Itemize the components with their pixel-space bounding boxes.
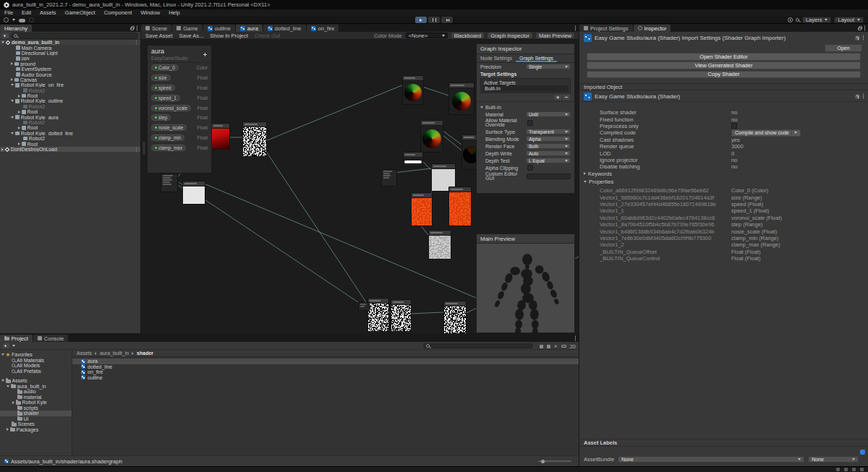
open-shader-editor-button[interactable]: Open Shader Editor xyxy=(587,53,861,61)
graph-node[interactable] xyxy=(242,121,267,157)
tree-row[interactable]: Scenes xyxy=(0,421,72,427)
menu-assets[interactable]: Assets xyxy=(35,9,61,16)
graph-canvas[interactable]: aura EasyGameStudio Color_0Color sizeFlo… xyxy=(141,40,579,333)
foldout-closed-icon[interactable] xyxy=(1,148,4,151)
graph-node[interactable] xyxy=(428,230,451,259)
kebab-menu-icon[interactable] xyxy=(575,27,576,29)
hierarchy-row[interactable]: Robot2 xyxy=(0,104,140,109)
foldout-open-icon[interactable] xyxy=(11,100,14,102)
graph-node[interactable] xyxy=(448,82,475,115)
kebab-menu-icon[interactable] xyxy=(864,27,866,29)
kebab-menu-icon[interactable] xyxy=(575,338,576,339)
create-asset-button[interactable] xyxy=(3,343,9,348)
lock-icon[interactable] xyxy=(858,27,861,30)
tab-inspector[interactable]: Inspector xyxy=(634,25,671,32)
tab-hierarchy[interactable]: Hierarchy xyxy=(0,25,32,32)
help-icon[interactable] xyxy=(855,35,860,40)
assetbundle-variant-dropdown[interactable]: None xyxy=(808,456,859,463)
graph-node[interactable] xyxy=(402,75,424,105)
alpha-clipping-checkbox[interactable] xyxy=(527,165,533,171)
hierarchy-row[interactable]: Audio Source xyxy=(0,72,140,77)
layout-dropdown[interactable]: Layout xyxy=(834,17,864,23)
property-row[interactable]: clamp_maxFloat xyxy=(148,142,211,153)
notification-icon[interactable] xyxy=(836,468,840,471)
foldout-closed-icon[interactable] xyxy=(11,78,13,81)
remove-target-button[interactable] xyxy=(563,95,570,100)
keywords-foldout[interactable]: Keywords xyxy=(579,170,868,177)
builtin-foldout[interactable]: Built-In xyxy=(477,103,574,111)
property-row[interactable]: speedFloat xyxy=(148,83,211,93)
precision-dropdown[interactable]: Single xyxy=(526,64,571,69)
tab-project-settings[interactable]: Project Settings xyxy=(579,25,633,32)
foldout-open-icon[interactable] xyxy=(1,379,4,382)
tree-row[interactable]: All Prefabs xyxy=(0,369,72,374)
property-row[interactable]: clamp_minFloat xyxy=(148,133,211,143)
hierarchy-row[interactable]: Robot Kyle_outline xyxy=(0,98,140,103)
search-by-type-icon[interactable] xyxy=(540,345,543,348)
file-row-dotted-line[interactable]: dotted_line xyxy=(72,364,579,370)
material-dropdown[interactable]: Unlit xyxy=(526,111,571,117)
graph-node[interactable] xyxy=(358,302,370,311)
add-target-button[interactable] xyxy=(554,95,561,100)
hierarchy-row[interactable]: Robot Kyle_on_fire xyxy=(0,82,140,87)
hierarchy-row[interactable]: Robot2 xyxy=(0,88,140,93)
menu-gameobject[interactable]: GameObject xyxy=(61,9,100,16)
file-row-on-fire[interactable]: on_fire xyxy=(72,369,579,375)
foldout-open-icon[interactable] xyxy=(1,41,4,43)
blackboard-toggle-button[interactable]: Blackboard xyxy=(451,33,485,38)
tree-row[interactable]: Robot Kyle xyxy=(0,400,72,406)
tree-row[interactable]: All Materials xyxy=(0,358,72,364)
preprocess-only-checkbox[interactable] xyxy=(731,123,737,129)
tab-dotted-line[interactable]: dotted_line xyxy=(263,25,306,32)
tree-row[interactable]: UI xyxy=(0,416,72,422)
search-icon[interactable] xyxy=(796,18,799,22)
step-button[interactable] xyxy=(441,17,453,23)
file-row-aura[interactable]: aura xyxy=(72,359,579,364)
kebab-menu-icon[interactable] xyxy=(136,149,137,150)
save-as-button[interactable]: Save As... xyxy=(179,33,204,39)
account-icon[interactable] xyxy=(4,17,9,22)
foldout-open-icon[interactable] xyxy=(11,132,14,134)
tree-row-packages[interactable]: Packages xyxy=(0,427,72,433)
menu-help[interactable]: Help xyxy=(164,9,184,16)
hierarchy-row[interactable]: Root xyxy=(0,125,140,130)
tab-aura[interactable]: aura xyxy=(236,25,263,32)
hidden-count-icon[interactable] xyxy=(561,345,566,348)
render-face-dropdown[interactable]: Both xyxy=(526,143,571,149)
undo-history-icon[interactable] xyxy=(788,17,793,22)
foldout-closed-icon[interactable] xyxy=(11,62,13,65)
tree-row-favorites[interactable]: Favorites xyxy=(0,352,72,358)
hierarchy-row[interactable]: Robot Kyle_dotted_line xyxy=(0,131,140,136)
hierarchy-row[interactable]: Robot Kyle_aura xyxy=(0,114,140,119)
menu-edit[interactable]: Edit xyxy=(17,9,35,16)
assetbundle-dropdown[interactable]: None xyxy=(618,456,804,463)
graph-node[interactable] xyxy=(403,152,423,167)
collapsed-node[interactable] xyxy=(142,141,146,155)
kebab-menu-icon[interactable] xyxy=(863,37,864,38)
tree-row[interactable]: material xyxy=(0,395,72,400)
hierarchy-row[interactable]: ground xyxy=(0,61,140,66)
menu-file[interactable]: File xyxy=(0,9,17,16)
properties-foldout[interactable]: Properties xyxy=(579,178,868,185)
collab-icon[interactable] xyxy=(29,17,34,22)
surface-type-dropdown[interactable]: Transparent xyxy=(526,129,571,134)
graph-node[interactable] xyxy=(182,181,205,205)
favorite-search-icon[interactable] xyxy=(554,345,558,348)
graph-inspector-toggle-button[interactable]: Graph Inspector xyxy=(488,33,532,38)
foldout-open-icon[interactable] xyxy=(11,84,14,86)
tab-graph-settings[interactable]: Graph Settings xyxy=(516,54,557,62)
tab-project[interactable]: Project xyxy=(0,335,33,342)
foldout-open-icon[interactable] xyxy=(1,353,4,356)
foldout-closed-icon[interactable] xyxy=(18,95,20,98)
hierarchy-row[interactable]: Root xyxy=(0,93,140,98)
hierarchy-row[interactable]: Canvas xyxy=(0,77,140,82)
graph-node[interactable] xyxy=(391,299,412,332)
graph-node[interactable] xyxy=(443,301,467,333)
foldout-closed-icon[interactable] xyxy=(18,111,20,113)
graph-node[interactable] xyxy=(448,186,472,226)
hierarchy-row[interactable]: EventSystem xyxy=(0,66,140,72)
kebab-menu-icon[interactable] xyxy=(136,42,137,43)
tab-node-settings[interactable]: Node Settings xyxy=(477,54,516,62)
main-preview-toggle-button[interactable]: Main Preview xyxy=(536,33,574,38)
allow-override-checkbox[interactable] xyxy=(527,120,533,126)
